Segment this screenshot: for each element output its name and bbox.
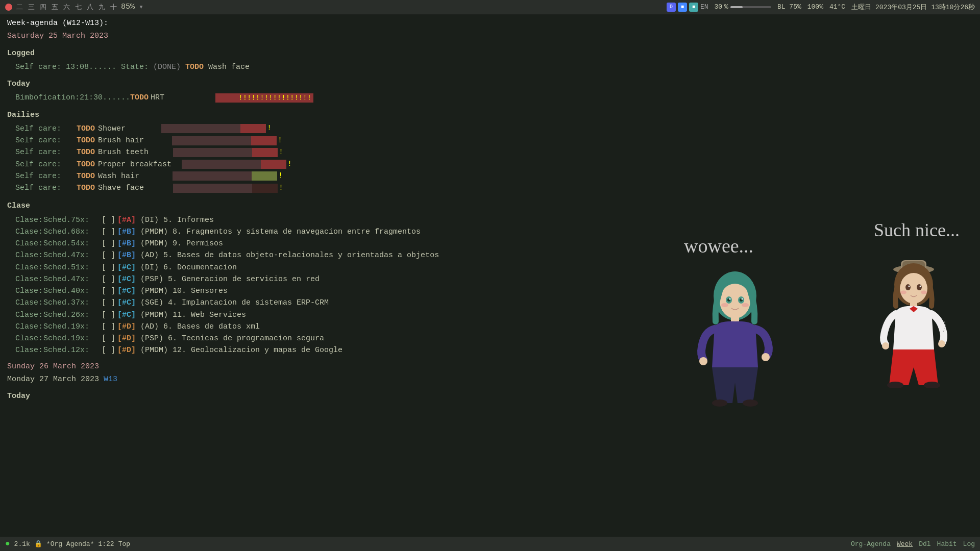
clase-tag-9: [#D] [117,321,136,333]
clase-label-4: Clase: [15,262,43,273]
clase-sched-7: Sched.37x: [43,297,100,309]
bimbo-entry: Bimbofication:21:30...... TODO HRT !!!!!… [7,92,973,104]
top-bar-right: D ■ ■ EN 30% BL 75% 100% 41°C 土曜日 2023年0… [667,3,975,12]
volume-control[interactable]: 30% [715,3,771,11]
daily-todo-5: TODO [77,170,95,182]
selfcare-label: Self care: 13:08...... State: [15,63,153,71]
clase-label: Clase [7,202,30,210]
daily-todo-4: TODO [77,159,95,170]
buffer-name: *Org Agenda* [46,540,94,548]
progress-cursor [312,93,313,103]
clase-desc-7: (SGE) 4. Implantacion de sistemas ERP-CR… [136,297,329,309]
clase-desc-9: (AD) 6. Bases de datos xml [136,321,260,333]
main-content: Week-agenda (W12-W13): Saturday 25 March… [0,14,980,407]
tab-4[interactable]: 四 [40,3,46,12]
clase-row-10: Clase: Sched.19x: [ ] [#D] (PSP) 6. Tecn… [7,333,973,344]
mode-log[interactable]: Log [963,540,975,548]
tab-3[interactable]: 三 [28,3,35,12]
clase-sched-6: Sched.40x: [43,285,100,297]
clase-checkbox-10: [ ] [102,333,115,344]
monday-line: Monday 27 March 2023 W13 [7,373,973,385]
clase-tag-11: [#D] [117,344,136,356]
tab-5[interactable]: 五 [52,3,58,12]
daily-label-4: Self care: [15,159,66,170]
clase-sched-5: Sched.47x: [43,273,100,285]
tab-2[interactable]: 二 [16,3,23,12]
dailies-section: Dailies Self care: TODO Shower ! Self ca… [7,109,973,194]
clase-desc-3: (AD) 5. Bases de datos objeto-relacional… [136,249,439,261]
clase-checkbox-7: [ ] [102,297,115,309]
mode-habit[interactable]: Habit [937,540,957,548]
excl-4: ! [287,160,292,169]
network-icon-1: ■ [678,3,687,12]
top-bar: 二 三 四 五 六 七 八 九 十 85% ▾ D ■ ■ EN 30% BL … [0,0,980,14]
clase-checkbox-1: [ ] [102,226,115,238]
tab-7[interactable]: 七 [75,3,82,12]
clase-sched-9: Sched.19x: [43,321,100,333]
volume-label: 30 [715,3,723,11]
lang-indicator: EN [700,3,708,11]
clase-checkbox-5: [ ] [102,273,115,285]
clase-sched-11: Sched.12x: [43,344,100,356]
tab-6[interactable]: 六 [63,3,70,12]
clase-tag-5: [#C] [117,273,136,285]
scroll-pos: Top [118,540,130,548]
clase-desc-5: (PSP) 5. Generacion de servicios en red [136,273,320,285]
clase-row-0: Clase: Sched.75x: [ ] [#A] (DI) 5. Infor… [7,214,973,226]
todo-keyword-logged: TODO [185,63,204,71]
zoom-icon: ▾ [139,2,143,12]
daily-row-wash-hair: Self care: TODO Wash hair ! [7,170,973,182]
volume-track[interactable] [730,6,771,8]
clase-row-1: Clase: Sched.68x: [ ] [#B] (PMDM) 8. Fra… [7,226,973,238]
clase-desc-6: (PMDM) 10. Sensores [136,285,228,297]
clase-sched-8: Sched.26x: [43,309,100,321]
clase-row-6: Clase: Sched.40x: [ ] [#C] (PMDM) 10. Se… [7,285,973,297]
clase-sched-3: Sched.47x: [43,249,100,261]
temperature: 41°C [829,3,845,11]
clase-tag-6: [#C] [117,285,136,297]
state-done: (DONE) [153,63,185,71]
mode-org-agenda[interactable]: Org-Agenda [851,540,891,548]
bimbo-progress: !!!!!!!!!!!!!!!!! [215,93,313,103]
clase-row-4: Clase: Sched.51x: [ ] [#C] (DI) 6. Docum… [7,262,973,273]
clase-desc-0: (DI) 5. Informes [136,214,214,226]
bar-green-5 [252,171,277,181]
clase-checkbox-11: [ ] [102,344,115,356]
daily-todo-1: TODO [77,123,95,135]
clase-label-6: Clase: [15,285,43,297]
daily-label-6: Self care: [15,182,66,194]
excl-3: ! [279,148,283,157]
clase-row-8: Clase: Sched.26x: [ ] [#C] (PMDM) 11. We… [7,309,973,321]
datetime: 土曜日 2023年03月25日 13時10分26秒 [851,3,975,12]
agenda-title: Week-agenda (W12-W13): [7,17,973,29]
today-header: Today [7,78,973,90]
close-button[interactable] [5,4,12,11]
tab-8[interactable]: 八 [87,3,93,12]
clase-sched-10: Sched.19x: [43,333,100,344]
discord-icon: D [667,3,676,12]
excl-6: ! [279,184,283,193]
mode-week[interactable]: Week [897,540,913,548]
tab-10[interactable]: 十 [110,3,117,12]
network-icons: D ■ ■ EN [667,3,708,12]
mode-ddl[interactable]: Ddl [919,540,930,548]
clase-tag-0: [#A] [117,214,136,226]
clase-sched-0: Sched.75x: [43,214,100,226]
bottom-left: ● 2.1k 🔒 *Org Agenda* 1:22 Top [5,539,130,548]
daily-task-5: Wash hair [98,170,139,182]
clase-row-9: Clase: Sched.19x: [ ] [#D] (AD) 6. Bases… [7,321,973,333]
saturday-date: Saturday 25 March 2023 [7,32,108,40]
clase-tag-1: [#B] [117,226,136,238]
brush-teeth-bar: ! [173,148,283,157]
daily-label-1: Self care: [15,123,66,135]
volume-fill [730,6,743,8]
clase-desc-8: (PMDM) 11. Web Services [136,309,246,321]
clase-desc-1: (PMDM) 8. Fragmentos y sistema de navega… [136,226,421,238]
clase-tag-2: [#B] [117,238,136,249]
clase-label-1: Clase: [15,226,43,238]
clase-label-11: Clase: [15,344,43,356]
clase-tag-7: [#C] [117,297,136,309]
daily-label-5: Self care: [15,170,66,182]
dailies-label: Dailies [7,111,39,119]
tab-9[interactable]: 九 [99,3,105,12]
